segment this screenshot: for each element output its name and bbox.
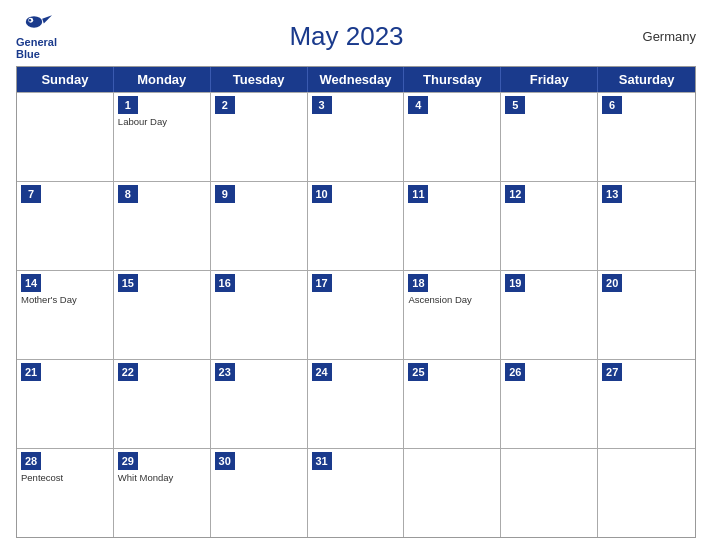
cell-date: 25 xyxy=(408,363,428,381)
calendar-week-1: 1Labour Day23456 xyxy=(17,92,695,181)
cell-date: 27 xyxy=(602,363,622,381)
svg-point-3 xyxy=(29,19,31,21)
svg-point-0 xyxy=(26,16,42,27)
calendar-body: 1Labour Day234567891011121314Mother's Da… xyxy=(17,92,695,537)
calendar-cell: 18Ascension Day xyxy=(404,271,501,359)
calendar-cell xyxy=(17,93,114,181)
cell-date: 1 xyxy=(118,96,138,114)
calendar-cell: 13 xyxy=(598,182,695,270)
cell-date: 30 xyxy=(215,452,235,470)
calendar-cell: 21 xyxy=(17,360,114,448)
calendar-cell: 10 xyxy=(308,182,405,270)
calendar-week-5: 28Pentecost29Whit Monday3031 xyxy=(17,448,695,537)
cell-date: 28 xyxy=(21,452,41,470)
cell-date: 12 xyxy=(505,185,525,203)
calendar-cell: 23 xyxy=(211,360,308,448)
cell-date: 2 xyxy=(215,96,235,114)
calendar-cell: 20 xyxy=(598,271,695,359)
calendar-cell: 1Labour Day xyxy=(114,93,211,181)
calendar-cell: 28Pentecost xyxy=(17,449,114,537)
calendar-cell xyxy=(598,449,695,537)
cell-date: 7 xyxy=(21,185,41,203)
calendar-cell: 24 xyxy=(308,360,405,448)
calendar-cell: 30 xyxy=(211,449,308,537)
calendar-cell: 8 xyxy=(114,182,211,270)
cell-date-empty xyxy=(21,96,41,114)
header-cell-wednesday: Wednesday xyxy=(308,67,405,92)
logo-line2: Blue xyxy=(16,48,40,60)
svg-marker-1 xyxy=(42,15,52,23)
cell-date: 29 xyxy=(118,452,138,470)
cell-event: Ascension Day xyxy=(408,294,496,306)
calendar-week-3: 14Mother's Day15161718Ascension Day1920 xyxy=(17,270,695,359)
calendar-cell: 2 xyxy=(211,93,308,181)
calendar-cell: 26 xyxy=(501,360,598,448)
cell-event: Pentecost xyxy=(21,472,109,484)
calendar-cell: 19 xyxy=(501,271,598,359)
cell-date: 11 xyxy=(408,185,428,203)
cell-date: 26 xyxy=(505,363,525,381)
calendar-header-row: SundayMondayTuesdayWednesdayThursdayFrid… xyxy=(17,67,695,92)
header-cell-friday: Friday xyxy=(501,67,598,92)
cell-date: 15 xyxy=(118,274,138,292)
calendar-cell xyxy=(404,449,501,537)
cell-date-empty xyxy=(408,452,428,470)
cell-date: 18 xyxy=(408,274,428,292)
calendar-cell xyxy=(501,449,598,537)
header-cell-monday: Monday xyxy=(114,67,211,92)
logo: General Blue xyxy=(16,12,57,60)
calendar-title-area: May 2023 xyxy=(57,21,636,52)
cell-date: 22 xyxy=(118,363,138,381)
calendar-cell: 7 xyxy=(17,182,114,270)
cell-date: 8 xyxy=(118,185,138,203)
cell-date: 31 xyxy=(312,452,332,470)
cell-date: 16 xyxy=(215,274,235,292)
header-cell-thursday: Thursday xyxy=(404,67,501,92)
calendar-cell: 9 xyxy=(211,182,308,270)
cell-date-empty xyxy=(505,452,525,470)
calendar-cell: 5 xyxy=(501,93,598,181)
cell-date: 10 xyxy=(312,185,332,203)
cell-date: 3 xyxy=(312,96,332,114)
calendar-cell: 25 xyxy=(404,360,501,448)
calendar: SundayMondayTuesdayWednesdayThursdayFrid… xyxy=(16,66,696,538)
calendar-cell: 16 xyxy=(211,271,308,359)
calendar-cell: 15 xyxy=(114,271,211,359)
calendar-cell: 14Mother's Day xyxy=(17,271,114,359)
calendar-title: May 2023 xyxy=(57,21,636,52)
cell-event: Whit Monday xyxy=(118,472,206,484)
header-cell-saturday: Saturday xyxy=(598,67,695,92)
cell-date: 21 xyxy=(21,363,41,381)
cell-date: 14 xyxy=(21,274,41,292)
calendar-cell: 22 xyxy=(114,360,211,448)
calendar-cell: 4 xyxy=(404,93,501,181)
cell-event: Labour Day xyxy=(118,116,206,128)
header-cell-sunday: Sunday xyxy=(17,67,114,92)
cell-date: 24 xyxy=(312,363,332,381)
calendar-cell: 12 xyxy=(501,182,598,270)
cell-date: 9 xyxy=(215,185,235,203)
calendar-cell: 27 xyxy=(598,360,695,448)
cell-date: 13 xyxy=(602,185,622,203)
calendar-cell: 6 xyxy=(598,93,695,181)
cell-date: 17 xyxy=(312,274,332,292)
cell-date: 4 xyxy=(408,96,428,114)
calendar-cell: 29Whit Monday xyxy=(114,449,211,537)
country-label: Germany xyxy=(636,29,696,44)
cell-date-empty xyxy=(602,452,622,470)
cell-date: 19 xyxy=(505,274,525,292)
cell-date: 6 xyxy=(602,96,622,114)
calendar-week-4: 21222324252627 xyxy=(17,359,695,448)
cell-event: Mother's Day xyxy=(21,294,109,306)
calendar-week-2: 78910111213 xyxy=(17,181,695,270)
calendar-cell: 31 xyxy=(308,449,405,537)
calendar-cell: 3 xyxy=(308,93,405,181)
logo-line1: General xyxy=(16,36,57,48)
cell-date: 20 xyxy=(602,274,622,292)
calendar-cell: 11 xyxy=(404,182,501,270)
calendar-cell: 17 xyxy=(308,271,405,359)
header-cell-tuesday: Tuesday xyxy=(211,67,308,92)
cell-date: 5 xyxy=(505,96,525,114)
cell-date: 23 xyxy=(215,363,235,381)
